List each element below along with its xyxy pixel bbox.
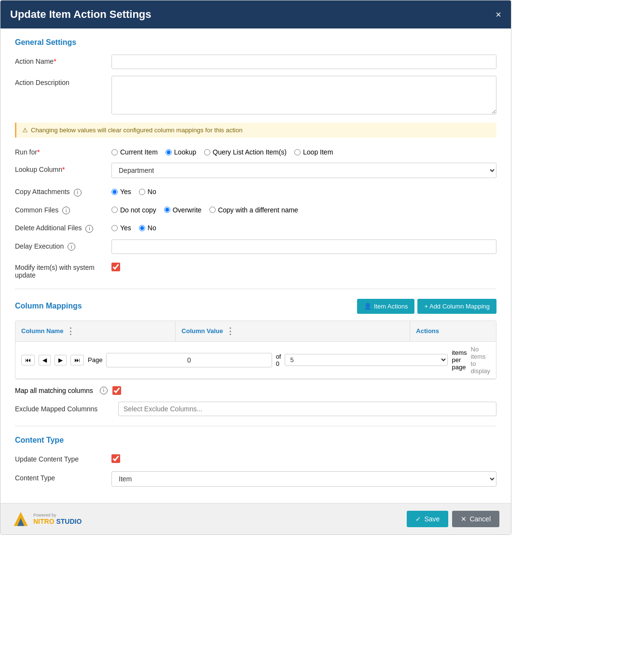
copy-attachments-info-icon[interactable]: i xyxy=(74,189,82,196)
map-all-row: Map all matching columns i xyxy=(15,386,496,395)
delete-additional-files-info-icon[interactable]: i xyxy=(85,225,93,233)
map-all-label: Map all matching columns xyxy=(15,387,93,394)
column-name-menu-icon[interactable]: ⋮ xyxy=(66,326,75,336)
run-for-label: Run for* xyxy=(15,145,111,156)
of-label: of 0 xyxy=(276,353,281,367)
exclude-mapped-label: Exclude Mapped Columnns xyxy=(15,405,111,413)
table-header-row: Column Name ⋮ Column Value ⋮ Actions xyxy=(15,321,496,342)
action-description-group: Action Description xyxy=(15,76,496,116)
delete-additional-files-yes[interactable]: Yes xyxy=(111,224,131,232)
footer-logo: Powered by NITRO STUDIO xyxy=(12,510,82,528)
warning-box: ⚠ Changing below values will clear confi… xyxy=(15,123,496,138)
items-per-page-label: items per page xyxy=(452,349,467,371)
delete-additional-files-no[interactable]: No xyxy=(139,224,156,232)
run-for-current-item[interactable]: Current Item xyxy=(111,148,158,156)
footer-buttons: ✓ Save ✕ Cancel xyxy=(407,511,499,527)
lookup-column-group: Lookup Column* Department xyxy=(15,163,496,178)
nitro-logo-icon xyxy=(12,510,29,528)
delay-execution-input[interactable] xyxy=(111,239,496,254)
column-value-menu-icon[interactable]: ⋮ xyxy=(226,326,234,336)
action-name-input[interactable] xyxy=(111,55,496,69)
run-for-loop-item[interactable]: Loop Item xyxy=(294,148,333,156)
close-button[interactable]: × xyxy=(496,9,501,20)
save-button[interactable]: ✓ Save xyxy=(407,511,448,527)
powered-by-label: Powered by xyxy=(33,513,82,518)
modify-system-update-group: Modify item(s) with system update xyxy=(15,261,496,279)
delete-additional-files-group: Delete Additional Files i Yes No xyxy=(15,221,496,233)
exclude-mapped-row: Exclude Mapped Columnns xyxy=(15,402,496,416)
cancel-button[interactable]: ✕ Cancel xyxy=(452,511,499,527)
modal-footer: Powered by NITRO STUDIO ✓ Save ✕ Cancel xyxy=(0,503,511,534)
section-divider-1 xyxy=(15,289,496,289)
person-icon: 👤 xyxy=(364,303,372,310)
th-column-value: Column Value ⋮ xyxy=(176,321,410,341)
checkmark-icon: ✓ xyxy=(415,515,421,523)
run-for-query-list[interactable]: Query List Action Item(s) xyxy=(204,148,287,156)
common-files-label: Common Files i xyxy=(15,203,111,215)
action-description-label: Action Description xyxy=(15,76,111,86)
lookup-column-select[interactable]: Department xyxy=(111,163,496,178)
run-for-lookup[interactable]: Lookup xyxy=(165,148,196,156)
add-column-mapping-button[interactable]: + Add Column Mapping xyxy=(417,299,496,314)
page-first-button[interactable]: ⏮ xyxy=(21,355,35,365)
modify-system-update-checkbox[interactable] xyxy=(111,263,120,271)
lookup-column-label: Lookup Column* xyxy=(15,163,111,173)
x-icon: ✕ xyxy=(461,515,467,523)
content-type-select[interactable]: Item xyxy=(111,471,496,487)
modify-system-update-label: Modify item(s) with system update xyxy=(15,261,111,279)
delete-additional-files-label: Delete Additional Files i xyxy=(15,221,111,233)
action-description-input[interactable] xyxy=(111,76,496,114)
delay-execution-info-icon[interactable]: i xyxy=(68,243,75,251)
delay-execution-group: Delay Execution i xyxy=(15,239,496,254)
column-mappings-table: Column Name ⋮ Column Value ⋮ Actions ⏮ ◀… xyxy=(15,321,496,379)
run-for-group: Run for* Current Item Lookup Query List … xyxy=(15,145,496,156)
warning-icon: ⚠ xyxy=(22,126,28,134)
page-input[interactable] xyxy=(106,353,272,367)
delay-execution-label: Delay Execution i xyxy=(15,239,111,251)
th-actions: Actions xyxy=(410,321,496,341)
page-label: Page xyxy=(88,356,102,364)
modal-body: General Settings Action Name* Action Des… xyxy=(0,28,511,503)
common-files-group: Common Files i Do not copy Overwrite Cop… xyxy=(15,203,496,215)
content-type-group: Content Type Item xyxy=(15,471,496,487)
common-files-do-not-copy[interactable]: Do not copy xyxy=(111,206,156,214)
content-type-title: Content Type xyxy=(15,436,496,445)
studio-label: STUDIO xyxy=(56,518,82,525)
map-all-info-icon[interactable]: i xyxy=(100,387,108,394)
update-content-type-group: Update Content Type xyxy=(15,452,496,464)
copy-attachments-yes[interactable]: Yes xyxy=(111,188,131,196)
page-prev-button[interactable]: ◀ xyxy=(39,355,51,365)
action-name-label: Action Name* xyxy=(15,55,111,65)
page-next-button[interactable]: ▶ xyxy=(55,355,67,365)
warning-text: Changing below values will clear configu… xyxy=(31,126,243,134)
nitro-label: NITRO xyxy=(33,518,55,525)
common-files-options: Do not copy Overwrite Copy with a differ… xyxy=(111,203,298,214)
common-files-info-icon[interactable]: i xyxy=(62,207,70,214)
delete-additional-files-options: Yes No xyxy=(111,221,156,232)
map-all-checkbox[interactable] xyxy=(112,386,121,395)
update-content-type-checkbox[interactable] xyxy=(111,454,120,463)
copy-attachments-no[interactable]: No xyxy=(139,188,156,196)
section-divider-2 xyxy=(15,426,496,426)
column-mappings-header: Column Mappings 👤 Item Actions + Add Col… xyxy=(15,299,496,314)
modal-header: Update Item Action Settings × xyxy=(0,0,511,28)
exclude-mapped-input[interactable] xyxy=(118,402,496,416)
copy-attachments-group: Copy Attachments i Yes No xyxy=(15,185,496,196)
table-pagination: ⏮ ◀ ▶ ⏭ Page of 0 5 10 25 items per page… xyxy=(15,342,496,379)
no-items-text: No items to display xyxy=(471,346,490,375)
common-files-overwrite[interactable]: Overwrite xyxy=(164,206,202,214)
copy-attachments-options: Yes No xyxy=(111,185,156,196)
action-name-group: Action Name* xyxy=(15,55,496,69)
column-mappings-title: Column Mappings xyxy=(15,302,82,310)
th-column-name: Column Name ⋮ xyxy=(15,321,176,341)
item-actions-button[interactable]: 👤 Item Actions xyxy=(357,299,415,314)
content-type-section: Content Type Update Content Type Content… xyxy=(15,436,496,487)
modal-title: Update Item Action Settings xyxy=(10,8,152,21)
per-page-select[interactable]: 5 10 25 xyxy=(285,354,448,366)
column-mappings-buttons: 👤 Item Actions + Add Column Mapping xyxy=(357,299,496,314)
page-last-button[interactable]: ⏭ xyxy=(70,355,84,365)
run-for-options: Current Item Lookup Query List Action It… xyxy=(111,145,333,156)
content-type-label: Content Type xyxy=(15,471,111,482)
general-settings-title: General Settings xyxy=(15,38,496,47)
common-files-copy-different-name[interactable]: Copy with a different name xyxy=(209,206,298,214)
